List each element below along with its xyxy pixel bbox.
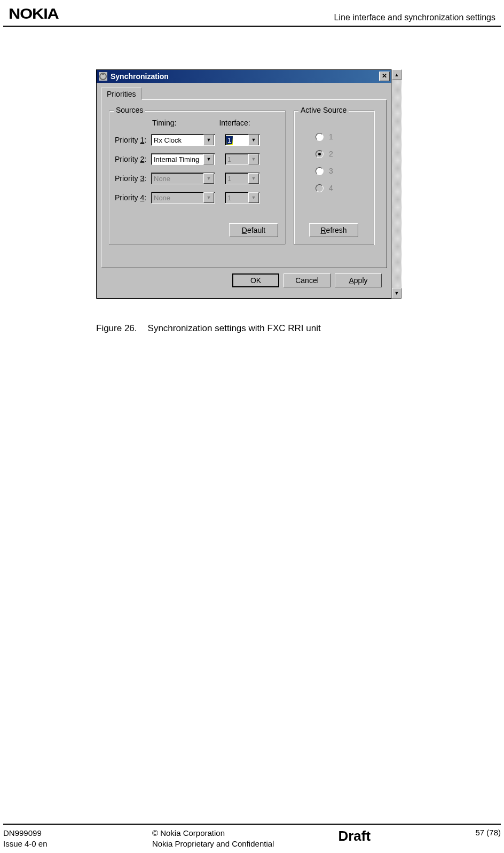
- draft-label: Draft: [338, 828, 371, 849]
- chevron-down-icon: [248, 173, 259, 184]
- chevron-down-icon[interactable]: [203, 135, 214, 145]
- priority-3-interface: 1: [225, 173, 260, 184]
- priority-4-interface: 1: [225, 192, 260, 204]
- refresh-button[interactable]: Refresh: [309, 223, 358, 237]
- priority-row-4: Priority 4: None 1: [115, 190, 260, 205]
- priority-1-timing[interactable]: Rx Clock: [151, 134, 215, 146]
- figure-caption: Figure 26. Synchronization settings with…: [96, 323, 504, 334]
- confidential: Nokia Proprietary and Confidential: [152, 839, 274, 849]
- footer-mid: © Nokia Corporation Nokia Proprietary an…: [152, 828, 274, 849]
- priority-row-3: Priority 3: None 1: [115, 171, 260, 186]
- issue-number: Issue 4-0 en: [3, 839, 48, 849]
- scroll-up-icon[interactable]: ▲: [392, 69, 401, 80]
- chevron-down-icon: [203, 192, 214, 203]
- dialog-titlebar[interactable]: Synchronization ✕: [97, 70, 391, 83]
- close-button[interactable]: ✕: [379, 72, 390, 81]
- chevron-down-icon[interactable]: [203, 154, 214, 165]
- footer-left: DN999099 Issue 4-0 en: [3, 828, 48, 849]
- page-number: 57 (78): [475, 828, 501, 837]
- chevron-down-icon: [248, 154, 259, 165]
- radio-icon: [316, 133, 324, 141]
- figure-text: Synchronization settings with FXC RRI un…: [148, 323, 321, 334]
- active-source-1: 1: [316, 132, 333, 141]
- chevron-down-icon: [248, 192, 259, 203]
- radio-icon: [316, 150, 324, 158]
- priority-1-interface[interactable]: 1: [225, 134, 260, 146]
- dialog-title: Synchronization: [111, 72, 169, 81]
- cancel-button[interactable]: Cancel: [284, 273, 330, 287]
- active-source-2: 2: [316, 150, 333, 158]
- nokia-logo: NOKIA: [9, 5, 59, 22]
- priority-2-timing[interactable]: Internal Timing: [151, 153, 215, 165]
- sources-legend: Sources: [114, 106, 145, 114]
- sync-icon: [99, 72, 107, 81]
- page-header: NOKIA Line interface and synchronization…: [3, 0, 501, 27]
- doc-number: DN999099: [3, 828, 48, 839]
- scroll-down-icon[interactable]: ▼: [392, 288, 401, 299]
- chevron-down-icon: [203, 173, 214, 184]
- figure-number: Figure 26.: [96, 323, 137, 334]
- sources-groupbox: Sources Timing: Interface: Priority 1: R…: [109, 111, 286, 245]
- default-button[interactable]: Default: [229, 223, 278, 237]
- timing-header: Timing:: [152, 119, 176, 127]
- priority-4-timing: None: [151, 192, 215, 204]
- scrollbar-track[interactable]: [392, 80, 401, 288]
- chevron-down-icon[interactable]: [248, 135, 259, 145]
- priority-row-2: Priority 2: Internal Timing 1: [115, 152, 260, 167]
- priority-4-label: Priority 4:: [115, 193, 151, 202]
- synchronization-dialog: Synchronization ✕ Priorities Sources Tim…: [96, 69, 392, 299]
- vertical-scrollbar[interactable]: ▲ ▼: [391, 69, 401, 299]
- active-source-legend: Active Source: [298, 106, 349, 114]
- active-source-4: 4: [316, 184, 333, 192]
- priority-2-label: Priority 2:: [115, 155, 151, 163]
- section-title: Line interface and synchronization setti…: [334, 13, 495, 22]
- radio-icon: [316, 167, 324, 175]
- priority-2-interface: 1: [225, 153, 260, 165]
- active-source-groupbox: Active Source 1 2 3 4 Refresh: [294, 111, 375, 245]
- priority-3-label: Priority 3:: [115, 174, 151, 183]
- copyright: © Nokia Corporation: [152, 828, 274, 839]
- apply-button[interactable]: Apply: [335, 273, 382, 287]
- priority-row-1: Priority 1: Rx Clock 1: [115, 132, 260, 147]
- priority-1-label: Priority 1:: [115, 136, 151, 144]
- interface-header: Interface:: [219, 119, 250, 127]
- tab-priorities[interactable]: Priorities: [101, 88, 141, 100]
- radio-icon: [316, 184, 324, 192]
- priority-3-timing: None: [151, 173, 215, 184]
- page-footer: DN999099 Issue 4-0 en © Nokia Corporatio…: [3, 824, 501, 849]
- active-source-3: 3: [316, 167, 333, 175]
- ok-button[interactable]: OK: [232, 273, 279, 287]
- tab-content: Sources Timing: Interface: Priority 1: R…: [101, 99, 387, 268]
